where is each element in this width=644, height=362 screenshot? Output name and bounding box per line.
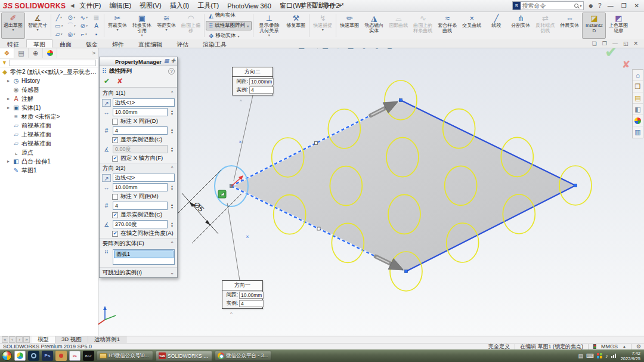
menu-photoview[interactable]: PhotoView 360 (223, 1, 275, 11)
property-manager-tab-icon[interactable]: ▤ (14, 48, 29, 58)
direction1-spacing-field[interactable]: 10.00mm (113, 108, 168, 116)
direction2-count-field[interactable]: 4 (113, 202, 168, 210)
tree-item-material[interactable]: ≡ 材质 <未指定> (0, 112, 98, 121)
tree-item-top-plane[interactable]: ▱ 上视基准面 (0, 130, 98, 139)
rapid-sketch-button[interactable]: ✏ 快速草图 (338, 13, 361, 39)
status-gear-icon[interactable]: ⚙ (636, 344, 641, 349)
entities-section-header[interactable]: 要阵列的实体(E)⌃ (100, 238, 177, 248)
filter-input[interactable] (9, 60, 96, 66)
snipping-tool-icon[interactable]: ✂ (69, 351, 80, 361)
tab-direct-editing[interactable]: 直接编辑 (131, 39, 169, 48)
input-method-icon[interactable]: ⌨ (586, 353, 594, 359)
units-caret-icon[interactable]: ▲ (623, 345, 626, 348)
user-account-icon[interactable]: ☻ (588, 2, 595, 9)
taskbar-clock[interactable]: 7:42 2022/9/25 (619, 351, 642, 361)
eoc-app-icon[interactable]: 8o< (83, 351, 94, 361)
direction1-section-header[interactable]: 方向 1(1)⌃ (100, 88, 177, 98)
collapse-icon[interactable]: ⌃ (170, 241, 174, 246)
spline-tool[interactable]: ∿▾ (78, 13, 90, 21)
checkbox-checked[interactable]: ✔ (112, 212, 118, 218)
direction1-show-count-checkbox[interactable]: ✔ 显示实例记数(C) (100, 135, 177, 144)
volume-icon[interactable]: ♪ (605, 353, 608, 359)
direction2-angle-between-checkbox[interactable]: ✔ 在轴之间标注角度(A) (100, 229, 177, 238)
tab-motion-study[interactable]: 运动算例1 (88, 336, 126, 343)
tree-item-front-plane[interactable]: ▱ 前视基准面 (0, 121, 98, 130)
spinner[interactable]: ▲▼ (169, 110, 175, 115)
feature-tree-tab-icon[interactable]: ❖ (0, 48, 14, 58)
stretch-entities-button[interactable]: ⇔ 伸展实体 (558, 13, 581, 39)
callout-direction-one[interactable]: 方向一 间距: 10.00mm 实例: 4 (222, 280, 263, 309)
doc-close-icon[interactable]: ✕ (633, 41, 638, 47)
view-palette-icon[interactable]: ◧ (633, 104, 643, 115)
direction1-fix-axis-checkbox[interactable]: ✔ 固定 X 轴方向(F) (100, 154, 177, 163)
entities-list-item[interactable]: 圆弧1 (114, 250, 174, 258)
expand-icon[interactable]: ▸ (6, 105, 11, 110)
checkbox-unchecked[interactable] (112, 119, 118, 125)
pm-pin-icon[interactable]: ✚ (171, 58, 175, 64)
checkbox-checked[interactable]: ✔ (112, 137, 118, 143)
rectangle-tool[interactable]: ▭▾ (52, 21, 65, 30)
expand-icon[interactable]: ▸ (6, 78, 11, 83)
display-delete-relations-button[interactable]: ⊥ 显示/删除几何关系▾ (255, 13, 283, 39)
doc-minimize-icon[interactable]: — (612, 41, 618, 47)
spinner[interactable]: ▲▼ (169, 203, 175, 209)
dynamic-mirror-button[interactable]: ◮ 动态镜向实体 (362, 13, 386, 39)
point-tool[interactable]: ▪ (90, 30, 103, 38)
windows-update-icon[interactable] (597, 353, 602, 358)
arc-tool[interactable]: ⌒▾ (65, 21, 78, 30)
taskbar-solidworks-window[interactable]: SW SOLIDWORKS P... (156, 351, 212, 361)
tab-scroll-buttons[interactable]: «‹›» (0, 336, 32, 343)
circle-tool[interactable]: ⊙▾ (65, 13, 78, 21)
collapse-icon[interactable]: ⌃ (170, 91, 174, 96)
menu-insert[interactable]: 插入(I) (166, 0, 193, 11)
spinner[interactable]: ▲▼ (169, 185, 175, 190)
taskbar-browser-window[interactable]: 微信公众平台 - 3... (215, 351, 271, 361)
checkbox-unchecked[interactable] (112, 194, 118, 200)
tray-expand-icon[interactable]: ▤ (578, 353, 584, 359)
move-entities-button[interactable]: ✥ 移动实体▾ (206, 31, 252, 41)
ellipse-tool[interactable]: ⊘▾ (78, 21, 90, 30)
tree-item-origin[interactable]: ⌞ 原点 (0, 148, 98, 157)
doc-next-icon[interactable]: ❐ (602, 41, 607, 47)
checkbox-checked[interactable]: ✔ (112, 156, 118, 162)
instant2d-button[interactable]: ◪ Instant2D (582, 13, 606, 39)
browser-pinned-icon[interactable] (14, 351, 26, 361)
menu-help[interactable]: 帮助(H) (308, 0, 338, 11)
tab-weldments[interactable]: 焊件 (105, 39, 131, 48)
command-search[interactable]: S 搜索命令 ▾ (512, 1, 584, 10)
checkbox-checked[interactable]: ✔ (112, 231, 118, 237)
fillet-tool[interactable]: ⌐▾ (78, 30, 90, 38)
line-tool[interactable]: ╱▾ (52, 13, 65, 21)
units-selector[interactable]: MMGS (601, 344, 618, 349)
tree-item-solid-bodies[interactable]: ▸ ▣ 实体(1) (0, 103, 98, 112)
expand-icon[interactable]: ⌄ (170, 270, 174, 276)
tree-item-annotations[interactable]: ▸ A 注解 (0, 94, 98, 103)
text-tool[interactable]: A (90, 21, 103, 30)
direction2-section-header[interactable]: 方向 2(2)⌃ (100, 163, 177, 173)
tab-features[interactable]: 特征 (0, 39, 26, 48)
tree-item-boss-extrude[interactable]: ▸ ◧ 凸台-拉伸1 (0, 157, 98, 166)
tab-surfaces[interactable]: 曲面 (52, 39, 79, 48)
search-icon[interactable] (574, 4, 578, 8)
start-button[interactable] (2, 351, 12, 361)
spinner[interactable]: ▲▼ (169, 222, 175, 227)
tab-model[interactable]: 模型 (32, 336, 55, 343)
close-button[interactable]: ✕ (633, 2, 641, 9)
slot-tool[interactable]: ▱▾ (52, 30, 65, 38)
mirror-entities-button[interactable]: ◭ 镜向实体 (206, 11, 252, 20)
direction2-angle-field[interactable]: 270.00度 (113, 220, 168, 228)
shaded-sketch-contours-button[interactable]: ◩ 上色草图轮廓 (606, 13, 630, 39)
configuration-manager-tab-icon[interactable]: ⊕ (29, 48, 43, 58)
spacing-value[interactable]: 10.00mm (249, 78, 274, 85)
trim-entities-button[interactable]: ✂ 剪裁实体▾ (106, 13, 129, 39)
count-value[interactable]: 4 (249, 86, 274, 94)
menu-file[interactable]: 文件(F) (75, 0, 105, 11)
smart-dimension-button[interactable]: ∡ 智能尺寸▾ (26, 13, 49, 39)
direction1-edge-field[interactable]: 边线<1> (113, 98, 175, 107)
doc-restore-icon[interactable]: ◱ (623, 41, 628, 47)
expand-icon[interactable]: ▸ (6, 159, 11, 164)
minimize-button[interactable]: — (606, 2, 615, 9)
perimeter-circle-tool[interactable]: ◎▾ (65, 30, 78, 38)
search-caret-icon[interactable]: ▾ (580, 4, 582, 8)
menu-collapse-icon[interactable]: ◀ (70, 3, 74, 8)
